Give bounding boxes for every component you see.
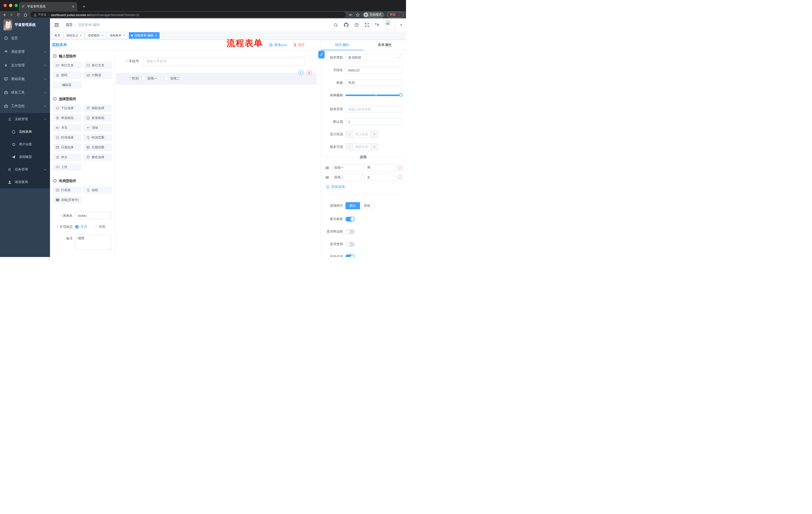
component-radio-group[interactable]: 单选框组 <box>53 114 81 121</box>
tab-form-props[interactable]: 表单属性 <box>364 40 406 50</box>
tab-close-icon[interactable]: ✕ <box>72 5 75 8</box>
address-bar[interactable]: 不安全 dashboard.yudao.iocoder.cn/bpm/manag… <box>30 12 346 18</box>
link-icon[interactable] <box>318 51 325 58</box>
default-value-input[interactable] <box>345 118 402 125</box>
delete-field-button[interactable] <box>307 70 312 75</box>
checkbox-box[interactable] <box>142 77 145 80</box>
component-single-text[interactable]: 单行文本 <box>53 62 81 69</box>
sidebar-item-leave-query[interactable]: 请假查询 <box>0 176 50 188</box>
remove-option-button[interactable]: − <box>398 175 402 180</box>
with-border-toggle[interactable] <box>345 229 355 234</box>
status-radio-on[interactable]: 开启 <box>75 224 87 229</box>
browser-update-button[interactable]: 更新 ⋮ <box>387 12 404 18</box>
tag-process-form-edit[interactable]: 流程表单-编辑✕ <box>129 32 160 39</box>
title-input[interactable] <box>345 79 402 86</box>
fullscreen-icon[interactable] <box>365 23 369 27</box>
checkbox-box[interactable] <box>165 77 168 80</box>
stepper-value[interactable]: 至少应选 <box>353 131 371 138</box>
show-label-toggle[interactable] <box>345 217 355 221</box>
not-secure-warning[interactable]: 不安全 <box>33 13 47 17</box>
component-checkbox-group[interactable]: 多选框组 <box>84 114 112 121</box>
tab-component-props[interactable]: 组件属性 <box>321 40 364 50</box>
canvas-field-phone[interactable]: 手机号 <box>116 57 305 65</box>
sidebar-item-workflow[interactable]: 工作流程 <box>0 99 50 113</box>
component-counter[interactable]: 123 计数器 <box>84 72 112 79</box>
option-value-input[interactable] <box>365 174 396 181</box>
gender-checkbox-option1[interactable]: 选项一 <box>142 76 157 81</box>
component-multi-text[interactable]: 多行文本 <box>84 62 112 69</box>
forward-icon[interactable] <box>9 13 13 17</box>
gender-checkbox-option2[interactable]: 选项二 <box>165 76 180 81</box>
form-name-input[interactable] <box>75 212 112 219</box>
add-option-button[interactable]: 添加选项 <box>326 184 402 189</box>
maximize-window-button[interactable] <box>14 4 18 7</box>
component-switch[interactable]: 开关 <box>53 124 81 131</box>
home-icon[interactable] <box>23 13 27 17</box>
sidebar-item-payment[interactable]: ¥ 支付管理 <box>0 59 50 72</box>
component-time-range[interactable]: 时间范围 <box>84 134 112 141</box>
component-password[interactable]: 密码 <box>53 72 81 79</box>
drag-handle-icon[interactable] <box>325 166 329 170</box>
close-window-button[interactable] <box>3 4 7 7</box>
search-icon[interactable] <box>334 23 338 27</box>
sidebar-item-process-model[interactable]: 流程模型 <box>0 151 50 163</box>
remove-option-button[interactable]: − <box>398 165 402 170</box>
tag-process-definition[interactable]: 流程定义✕ <box>64 32 84 39</box>
status-radio-off[interactable]: 关闭 <box>93 224 105 229</box>
component-select[interactable]: 下拉选择 <box>53 105 81 112</box>
sidebar-logo[interactable]: 芋道管理系统 <box>0 18 50 31</box>
avatar-caret-icon[interactable]: ▼ <box>400 24 403 26</box>
disabled-toggle[interactable] <box>345 242 355 247</box>
new-tab-button[interactable]: ＋ <box>81 3 87 9</box>
component-editor[interactable]: 编辑器 <box>53 81 81 88</box>
github-icon[interactable] <box>344 23 348 27</box>
sidebar-item-home[interactable]: 首页 <box>0 31 50 45</box>
tag-close-icon[interactable]: ✕ <box>123 34 125 37</box>
sidebar-item-devtools[interactable]: 研发工具 <box>0 86 50 99</box>
option-value-input[interactable] <box>365 164 396 171</box>
font-size-icon[interactable]: TT <box>375 23 379 27</box>
drag-handle-icon[interactable] <box>325 175 329 179</box>
password-key-icon[interactable] <box>349 13 353 17</box>
slider-handle[interactable] <box>399 93 403 97</box>
component-rate[interactable]: 评分 <box>53 154 81 161</box>
sidebar-item-process-management[interactable]: 流程管理 <box>0 113 50 126</box>
component-time-picker[interactable]: 时间选择 <box>53 134 81 141</box>
help-icon[interactable] <box>354 23 359 27</box>
form-remark-textarea[interactable]: 嘿嘿 <box>75 235 112 250</box>
component-date-range[interactable]: 日期范围 <box>84 144 112 151</box>
bookmark-star-icon[interactable] <box>356 13 360 17</box>
tag-close-icon[interactable]: ✕ <box>155 34 157 37</box>
tag-close-icon[interactable]: ✕ <box>80 34 82 37</box>
user-avatar[interactable] <box>385 20 396 30</box>
field-name-input[interactable] <box>345 66 402 74</box>
component-cascader[interactable]: 级联选择 <box>84 105 112 112</box>
browser-menu-icon[interactable]: ⋮ <box>398 13 401 17</box>
sidebar-item-process-form[interactable]: 流程表单 <box>0 126 50 138</box>
sidebar-collapse-icon[interactable] <box>53 22 60 28</box>
style-button-button[interactable]: 按钮 <box>360 202 374 209</box>
required-toggle[interactable] <box>345 254 355 257</box>
grid-slider[interactable] <box>345 94 400 96</box>
sidebar-item-user-group[interactable]: 用户分组 <box>0 138 50 151</box>
tag-close-icon[interactable]: ✕ <box>101 34 104 37</box>
duplicate-field-button[interactable] <box>298 70 304 75</box>
breadcrumb-home[interactable]: 首页 <box>66 23 72 27</box>
sidebar-item-infrastructure[interactable]: 基础设施 <box>0 72 50 86</box>
stepper-decrease-button[interactable]: − <box>346 143 353 150</box>
component-upload[interactable]: 上传 <box>53 163 81 170</box>
component-button[interactable]: 按钮 <box>84 187 112 194</box>
component-type-select[interactable]: 多选框组 <box>345 54 402 61</box>
minimize-window-button[interactable] <box>9 4 12 7</box>
style-default-button[interactable]: 默认 <box>345 202 360 209</box>
back-icon[interactable] <box>2 13 6 17</box>
component-table[interactable]: 表格[开发中] <box>53 196 81 204</box>
option-label-input[interactable] <box>331 174 362 181</box>
component-slider[interactable]: 滑块 <box>84 124 112 131</box>
tag-process-form[interactable]: 流程表单✕ <box>107 32 127 39</box>
tag-home[interactable]: 首页 <box>52 32 63 39</box>
option-label-input[interactable] <box>331 164 362 171</box>
browser-tab[interactable]: 芋道管理系统 ✕ <box>19 2 77 11</box>
sidebar-item-task-management[interactable]: 任务管理 <box>0 163 50 176</box>
canvas-field-gender-selected[interactable]: 性别 选项一 选项二 <box>116 73 317 85</box>
